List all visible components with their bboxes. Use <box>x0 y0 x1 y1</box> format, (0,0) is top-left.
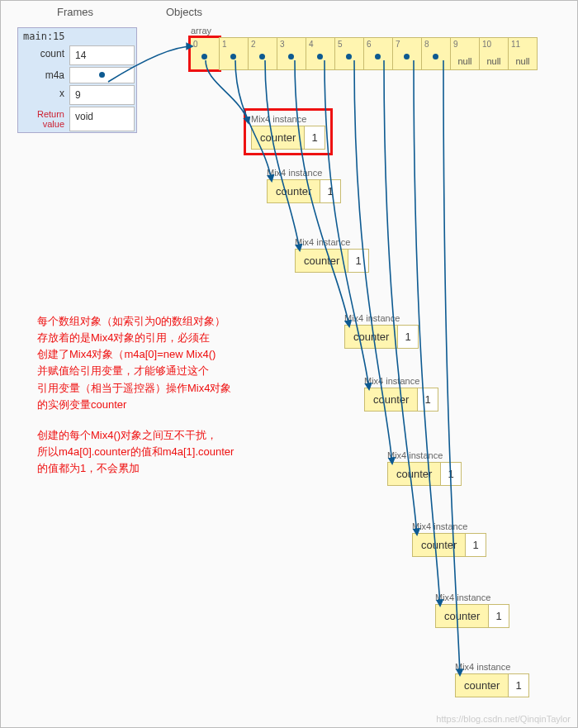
instance-field-name: counter <box>267 179 320 203</box>
array-null-value: null <box>480 56 508 66</box>
frame-row-m4a: m4a <box>18 66 136 84</box>
instance-field-name: counter <box>412 533 466 557</box>
annotation-paragraph-2: 创建的每个Mix4()对象之间互不干扰， 所以m4a[0].counter的值和… <box>37 427 318 477</box>
frame-value: void <box>69 107 135 131</box>
instance-type-label: Mix4 instance <box>435 592 509 602</box>
instance-box: Mix4 instancecounter1 <box>244 108 333 155</box>
array-index: 3 <box>280 40 285 49</box>
frame-value-ref <box>69 67 135 83</box>
array-cell: 0 <box>190 37 220 70</box>
array-index: 9 <box>453 40 458 49</box>
annotation-paragraph-1: 每个数组对象（如索引为0的数组对象） 存放着的是Mix4对象的引用，必须在 创建… <box>37 313 318 413</box>
ref-dot-icon <box>404 54 410 59</box>
instance-field-name: counter <box>364 388 418 412</box>
frame-row-count: count 14 <box>18 45 136 66</box>
instance-body: counter1 <box>344 325 419 349</box>
array-index: 8 <box>424 40 429 49</box>
ref-dot-icon <box>288 54 294 59</box>
array-index: 0 <box>193 40 198 49</box>
ref-dot-icon <box>317 54 323 59</box>
frame-key: x <box>18 84 69 106</box>
frames-header: Frames <box>57 6 93 18</box>
array-cell: 3 <box>277 37 306 70</box>
instance-body: counter1 <box>364 388 438 412</box>
instance-field-value: 1 <box>320 179 340 203</box>
instance-field-name: counter <box>435 604 489 628</box>
frame-row-x: x 9 <box>18 84 136 106</box>
array-cell: 4 <box>306 37 335 70</box>
ref-dot-icon <box>259 54 265 59</box>
array-row: 0123456789null10null11null <box>191 37 538 70</box>
instance-field-value: 1 <box>305 126 325 150</box>
instance-body: counter1 <box>412 533 486 557</box>
array-index: 2 <box>251 40 256 49</box>
mix4-instance: Mix4 instancecounter1 <box>412 521 486 557</box>
array-object: array 0123456789null10null11null <box>191 26 538 70</box>
instance-type-label: Mix4 instance <box>412 521 486 531</box>
array-cell: 2 <box>248 37 277 70</box>
array-index: 5 <box>338 40 343 49</box>
mix4-instance: Mix4 instancecounter1 <box>344 313 419 349</box>
instance-body: counter1 <box>267 179 341 203</box>
instance-field-name: counter <box>387 462 441 486</box>
ref-dot-icon <box>433 54 438 59</box>
instance-field-value: 1 <box>418 388 438 412</box>
array-label: array <box>191 26 538 36</box>
mix4-instance: Mix4 instancecounter1 <box>244 108 333 155</box>
instance-body: counter1 <box>387 462 462 486</box>
instance-field-name: counter <box>455 673 509 697</box>
array-cell: 5 <box>334 37 364 70</box>
instance-field-value: 1 <box>348 249 368 273</box>
objects-header: Objects <box>166 6 202 18</box>
array-index: 7 <box>396 40 400 49</box>
instance-type-label: Mix4 instance <box>387 450 462 460</box>
instance-body: counter1 <box>435 604 509 628</box>
array-null-value: null <box>509 56 537 66</box>
array-null-value: null <box>451 56 479 66</box>
array-cell: 1 <box>219 37 249 70</box>
instance-type-label: Mix4 instance <box>295 237 369 247</box>
mix4-instance: Mix4 instancecounter1 <box>455 662 529 697</box>
array-index: 6 <box>367 40 372 49</box>
mix4-instance: Mix4 instancecounter1 <box>364 376 438 412</box>
array-cell: 6 <box>363 37 393 70</box>
instance-body: counter1 <box>251 126 325 150</box>
instance-field-value: 1 <box>489 604 509 628</box>
instance-field-value: 1 <box>466 533 486 557</box>
ref-dot-icon <box>201 54 207 59</box>
array-cell: 11null <box>508 37 538 70</box>
mix4-instance: Mix4 instancecounter1 <box>387 450 462 486</box>
instance-field-value: 1 <box>398 325 418 349</box>
frame-key-return: Return value <box>18 106 69 132</box>
array-index: 4 <box>309 40 314 49</box>
frame-value: 14 <box>69 45 135 65</box>
instance-field-value: 1 <box>441 462 461 486</box>
ref-dot-icon <box>375 54 381 59</box>
instance-type-label: Mix4 instance <box>267 168 341 178</box>
frame-key: m4a <box>18 66 69 84</box>
instance-type-label: Mix4 instance <box>344 313 419 323</box>
ref-dot-icon <box>99 72 105 78</box>
array-cell: 10null <box>479 37 509 70</box>
instance-field-name: counter <box>251 126 305 150</box>
instance-field-name: counter <box>295 249 348 273</box>
ref-dot-icon <box>346 54 352 59</box>
array-index: 11 <box>511 40 520 49</box>
instance-type-label: Mix4 instance <box>455 662 529 672</box>
instance-field-name: counter <box>344 325 398 349</box>
instance-body: counter1 <box>295 249 369 273</box>
frame-row-return: Return value void <box>18 106 136 132</box>
array-index: 1 <box>222 40 227 49</box>
frame-title: main:15 <box>18 28 136 45</box>
instance-type-label: Mix4 instance <box>364 376 438 386</box>
array-cell: 9null <box>450 37 480 70</box>
frame-value: 9 <box>69 85 135 105</box>
mix4-instance: Mix4 instancecounter1 <box>267 168 341 203</box>
array-cell: 8 <box>421 37 451 70</box>
mix4-instance: Mix4 instancecounter1 <box>295 237 369 273</box>
instance-field-value: 1 <box>509 673 528 697</box>
mix4-instance: Mix4 instancecounter1 <box>435 592 509 628</box>
instance-type-label: Mix4 instance <box>251 114 325 124</box>
array-cell: 7 <box>392 37 422 70</box>
instance-body: counter1 <box>455 673 529 697</box>
